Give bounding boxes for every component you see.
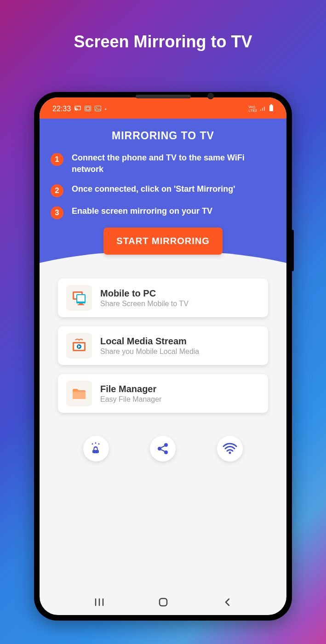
local-media-icon [66,333,92,359]
card-title: Mobile to PC [100,288,189,299]
battery-icon [269,104,274,114]
svg-rect-3 [86,107,90,110]
phone-side-button [292,230,294,271]
share-button[interactable] [150,436,176,462]
rate-button[interactable] [83,436,109,462]
svg-rect-11 [77,295,85,302]
phone-speaker [136,95,191,98]
card-title: Local Media Stream [100,336,199,347]
hero-title: MIRRORING TO TV [49,130,277,142]
step-1-number: 1 [51,153,63,166]
status-time: 22:33 [52,105,71,113]
svg-point-1 [75,110,76,111]
mobile-to-pc-card[interactable]: Mobile to PC Share Screen Mobile to TV [58,279,268,317]
mobile-to-pc-icon [66,285,92,311]
home-button[interactable] [156,595,170,609]
dot-icon: • [105,107,107,112]
page-title: Screen Mirroring to TV [0,0,326,51]
phone-camera [207,93,214,99]
signal-icon [260,105,266,113]
recents-button[interactable] [92,595,106,609]
screenshot-icon [85,105,91,113]
svg-rect-6 [270,104,272,105]
action-row [40,431,286,466]
option-cards: Mobile to PC Share Screen Mobile to TV L… [40,278,286,431]
step-3-number: 3 [51,206,63,219]
svg-point-5 [96,107,97,108]
svg-rect-4 [95,106,101,111]
phone-screen: 22:33 • Vo))LTE2 [40,97,286,615]
card-subtitle: Share you Mobile Local Media [100,348,199,356]
folder-icon [66,381,92,406]
step-2: 2 Once connected, click on 'Start Mirror… [49,183,277,197]
hero-section: MIRRORING TO TV 1 Connect the phone and … [40,119,286,291]
svg-point-21 [229,452,231,454]
status-bar: 22:33 • Vo))LTE2 [40,97,286,119]
local-media-stream-card[interactable]: Local Media Stream Share you Mobile Loca… [58,326,268,365]
volte-icon: Vo))LTE2 [248,105,257,113]
step-2-number: 2 [51,184,63,197]
step-1: 1 Connect the phone and TV to the same W… [49,152,277,175]
android-nav-bar [40,589,286,615]
back-button[interactable] [220,595,234,609]
wifi-button[interactable] [217,436,243,462]
svg-rect-2 [85,106,91,111]
card-subtitle: Easy File Manager [100,395,161,404]
cast-icon [74,105,81,113]
step-3-text: Enable screen mirroring on your TV [72,205,212,217]
svg-rect-7 [269,105,273,111]
step-3: 3 Enable screen mirroring on your TV [49,205,277,219]
step-2-text: Once connected, click on 'Start Mirrorin… [72,183,235,195]
start-mirroring-button[interactable]: START MIRRORING [103,228,222,255]
gallery-icon [95,105,101,113]
file-manager-card[interactable]: File Manager Easy File Manager [58,374,268,413]
step-1-text: Connect the phone and TV to the same WiF… [72,152,275,175]
svg-rect-12 [79,303,83,304]
svg-rect-17 [93,450,98,453]
svg-rect-25 [160,598,167,606]
card-title: File Manager [100,384,161,394]
svg-rect-13 [78,304,84,305]
phone-frame: 22:33 • Vo))LTE2 [34,92,292,621]
card-subtitle: Share Screen Mobile to TV [100,300,189,308]
